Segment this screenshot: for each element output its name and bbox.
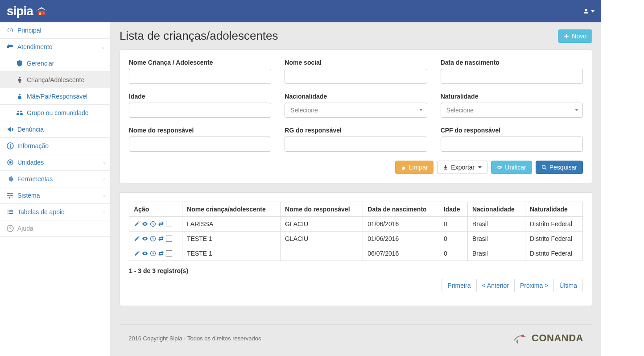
row-checkbox[interactable] <box>166 221 172 227</box>
sidebar-item-responsavel[interactable]: Mãe/Pai/Responsável <box>0 88 110 105</box>
novo-button[interactable]: Novo <box>558 29 592 43</box>
sidebar-item-label: Informação <box>17 142 49 149</box>
footer-logo: CONANDA <box>512 331 583 345</box>
svg-point-28 <box>542 166 545 169</box>
shield-icon <box>16 60 23 67</box>
exportar-button[interactable]: Exportar <box>437 161 487 174</box>
transfer-icon[interactable] <box>158 236 164 242</box>
input-cpf-responsavel[interactable] <box>441 137 583 152</box>
sidebar-item-sistema[interactable]: Sistema ‹ <box>0 187 110 204</box>
sidebar-item-informacao[interactable]: Informação <box>0 138 110 154</box>
svg-rect-13 <box>7 195 13 196</box>
svg-rect-27 <box>564 36 569 37</box>
cell-idade: 0 <box>439 246 467 261</box>
history-icon[interactable] <box>150 236 156 242</box>
sidebar-item-grupo[interactable]: Grupo ou comunidade <box>0 105 110 121</box>
view-icon[interactable] <box>142 250 148 257</box>
label-data-nascimento: Data de nascimento <box>441 59 583 66</box>
cell-idade: 0 <box>439 217 467 232</box>
sidebar-item-ajuda[interactable]: ? Ajuda <box>0 220 110 237</box>
button-label: Novo <box>572 33 586 40</box>
transfer-icon[interactable] <box>158 221 164 227</box>
edit-icon[interactable] <box>134 221 140 227</box>
footer-copyright: 2016 Copyright Sipia - Todos os direitos… <box>128 335 261 342</box>
view-icon[interactable] <box>142 221 148 227</box>
sidebar-item-ferramentas[interactable]: Ferramentas ‹ <box>0 171 110 187</box>
edit-icon[interactable] <box>134 250 140 257</box>
select-naturalidade[interactable] <box>441 103 583 118</box>
brand-logo[interactable]: sipia <box>7 4 48 18</box>
cell-responsavel: GLACIU <box>281 217 363 232</box>
sidebar-item-label: Tabelas de apoio <box>17 208 65 215</box>
input-idade[interactable] <box>129 103 271 118</box>
input-nome-social[interactable] <box>285 69 427 84</box>
cell-data: 06/07/2016 <box>363 246 439 261</box>
cell-nome: TESTE 1 <box>182 232 281 246</box>
sidebar-item-denuncia[interactable]: Denúncia <box>0 121 110 138</box>
sidebar-item-label: Atendimento <box>17 43 53 50</box>
user-menu[interactable] <box>583 8 594 14</box>
label-idade: Idade <box>129 93 271 100</box>
transfer-icon[interactable] <box>158 250 164 257</box>
svg-rect-21 <box>9 211 13 212</box>
filter-panel: Nome Criança / Adolescente Nome social D… <box>120 50 592 183</box>
sidebar-item-label: Denúncia <box>17 126 44 133</box>
sidebar-item-label: Sistema <box>17 192 40 199</box>
unificar-button[interactable]: Unificar <box>491 161 532 174</box>
svg-rect-19 <box>9 210 13 211</box>
pesquisar-button[interactable]: Pesquisar <box>536 161 583 174</box>
footer: 2016 Copyright Sipia - Todos os direitos… <box>120 324 592 356</box>
limpar-button[interactable]: Limpar <box>395 161 434 174</box>
row-checkbox[interactable] <box>166 250 172 257</box>
view-icon[interactable] <box>142 236 148 242</box>
pagination: Primeira < Anterior Próxima > Última <box>129 279 583 292</box>
svg-rect-1 <box>39 12 41 15</box>
th-naturalidade: Naturalidade <box>525 202 582 217</box>
caret-down-icon <box>591 10 594 12</box>
sidebar-item-unidades[interactable]: Unidades ‹ <box>0 154 110 171</box>
svg-text:?: ? <box>9 226 12 231</box>
info-icon <box>7 142 14 149</box>
results-table: Ação Nome criança/adolescente Nome do re… <box>129 202 583 261</box>
input-data-nascimento[interactable] <box>441 69 583 84</box>
sidebar-item-principal[interactable]: Principal <box>0 22 110 39</box>
history-icon[interactable] <box>150 221 156 227</box>
footer-logo-text: CONANDA <box>532 332 583 344</box>
cell-naturalidade: Distrito Federal <box>525 232 582 246</box>
page-next[interactable]: Próxima > <box>514 279 554 292</box>
input-rg-responsavel[interactable] <box>285 137 427 152</box>
svg-rect-16 <box>11 195 12 196</box>
sidebar-item-crianca[interactable]: Criança/Adolescente <box>0 72 110 88</box>
sliders-icon <box>7 192 14 199</box>
edit-icon[interactable] <box>134 236 140 242</box>
page-prev[interactable]: < Anterior <box>476 279 515 292</box>
page-first[interactable]: Primeira <box>442 279 476 292</box>
cell-data: 01/06/2016 <box>363 232 439 246</box>
input-nome-crianca[interactable] <box>129 69 271 84</box>
history-icon[interactable] <box>150 250 156 257</box>
chevron-left-icon: ‹ <box>103 177 105 182</box>
sidebar-item-label: Criança/Adolescente <box>27 76 84 83</box>
svg-rect-18 <box>8 210 8 211</box>
cell-responsavel <box>281 246 363 261</box>
sidebar-item-atendimento[interactable]: Atendimento ⌄ <box>0 39 110 55</box>
brand-text: sipia <box>7 4 33 18</box>
eraser-icon <box>401 165 406 170</box>
th-idade: Idade <box>439 202 467 217</box>
row-checkbox[interactable] <box>166 236 172 242</box>
button-label: Unificar <box>505 164 526 171</box>
input-nome-responsavel[interactable] <box>129 137 271 152</box>
cell-responsavel: GLACIU <box>281 232 363 246</box>
select-nacionalidade[interactable] <box>285 103 427 118</box>
svg-point-11 <box>9 161 11 163</box>
page-last[interactable]: Última <box>553 279 583 292</box>
sidebar-item-tabelas[interactable]: Tabelas de apoio ‹ <box>0 204 110 220</box>
chevron-left-icon: ‹ <box>103 160 105 165</box>
sidebar-item-label: Ajuda <box>17 225 33 232</box>
button-label: Pesquisar <box>549 164 577 171</box>
help-icon: ? <box>7 225 14 232</box>
cell-nacionalidade: Brasil <box>467 217 525 232</box>
link-icon <box>497 165 502 170</box>
sidebar-item-gerenciar[interactable]: Gerenciar <box>0 55 110 72</box>
cell-nome: TESTE 1 <box>182 246 281 261</box>
